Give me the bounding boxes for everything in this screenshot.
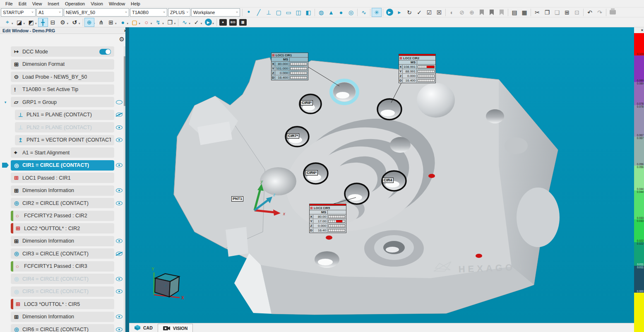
tree-item-dim-info-3[interactable]: ⊞Dimension Information (0, 312, 124, 322)
quick-align-icon[interactable]: ↯ (153, 18, 163, 27)
cad-viewport[interactable]: HEXAGON x y z Y X (129, 27, 634, 323)
tree-item-dcc-mode[interactable]: ↦DCC Mode (0, 46, 124, 57)
tree-item-loc2[interactable]: ⊞LOC2 *OUTTOL* : CIR2 (0, 223, 124, 233)
feature-tag-cir4[interactable]: CIR4 (382, 178, 394, 183)
camera-capture-icon[interactable]: ● (218, 18, 228, 27)
tab-vision[interactable]: VISION (158, 324, 193, 332)
undo-icon[interactable]: ↶ (585, 8, 595, 17)
execute-from-cursor-icon[interactable]: ▶ (394, 8, 404, 17)
plane-feature-icon[interactable]: ⊥ (264, 8, 274, 17)
tree-item-cir4[interactable]: ◎CIR4 = CIRCLE (CONTACT) (0, 274, 124, 284)
dome-feature[interactable] (417, 83, 455, 118)
workplane-combo[interactable]: ZPLUS˅ (168, 8, 190, 17)
hole[interactable] (315, 251, 339, 268)
vector-directions-icon[interactable]: ⋔ (96, 18, 106, 27)
eye-icon[interactable] (116, 289, 123, 294)
tree-item-active-tip[interactable]: !T1A0B0 = Set Active Tip (0, 84, 124, 95)
feature-tag-pnt1[interactable]: PNT1 (231, 196, 243, 202)
cone-feature-icon[interactable]: ▲ (326, 8, 336, 17)
edit-window-icon[interactable]: ▤ (509, 8, 519, 17)
report-io-icon[interactable]: EO (228, 18, 238, 27)
feature-tag-cir8[interactable]: CIR8* (300, 100, 313, 106)
tree-item-load-probe[interactable]: ⊙Load Probe - NEW5_BY_50 (0, 72, 124, 82)
quick-done-icon[interactable]: ✓ (192, 18, 202, 27)
expand-arrow-icon[interactable]: ▾ (5, 100, 7, 104)
bookmark-add-icon[interactable] (487, 8, 497, 17)
scale-close-icon[interactable]: × (641, 28, 643, 32)
eye-off-icon[interactable] (116, 113, 123, 117)
execute-icon[interactable]: ▶ (384, 8, 394, 17)
eye-off-icon[interactable] (116, 252, 123, 256)
eye-icon[interactable] (116, 125, 123, 130)
tree-item-pnt1[interactable]: ↥PNT1 = VECTOR POINT (CONTACT) (0, 135, 124, 145)
axes-combo[interactable]: A1˅ (36, 8, 63, 17)
hole[interactable] (486, 109, 504, 123)
measured-circle-cir5[interactable] (345, 183, 369, 204)
window-layout-icon[interactable]: ❐ (165, 18, 175, 27)
comment-icon[interactable]: ⊟ (48, 18, 58, 27)
shaded-sphere-icon[interactable]: ● (118, 18, 128, 27)
tree-item-a1-alignment[interactable]: ⌖A1 = Start Alignment (0, 147, 124, 158)
tree-item-fcfcirty2[interactable]: ○FCFCIRTY2 Passed : CIR2 (0, 211, 124, 221)
paste-pattern-icon[interactable]: ⊞ (562, 8, 572, 17)
paste-icon[interactable]: ❏ (552, 8, 562, 17)
counterbore-feature[interactable] (364, 230, 424, 267)
tree-item-dim-info-1[interactable]: ⊞Dimension Information (0, 185, 124, 196)
square-slot-feature-icon[interactable]: ◫ (293, 8, 303, 17)
array-icon[interactable]: ⊡ (572, 8, 582, 17)
gear-icon[interactable]: ⚙ (119, 36, 125, 43)
menu-edit[interactable]: Edit (16, 1, 29, 7)
solid-view-icon[interactable]: ◩ (26, 18, 36, 27)
curve-feature-icon[interactable]: ∿ (359, 8, 369, 17)
summary-mode-icon[interactable]: ▦ (519, 8, 529, 17)
line-feature-icon[interactable]: ╱ (254, 8, 264, 17)
view-setup-icon[interactable]: ◪ (14, 18, 24, 27)
goto-position-icon[interactable]: ⊕ (467, 8, 477, 17)
hole[interactable] (390, 137, 411, 153)
eye-icon[interactable] (116, 277, 123, 281)
workplane-mode-combo[interactable]: Workplane˅ (191, 8, 240, 17)
tree-item-pln2[interactable]: ⊥PLN2 = PLANE (CONTACT) (0, 122, 124, 132)
path-display-icon[interactable]: ∿ (180, 18, 190, 27)
tree-item-loc1[interactable]: ⊞LOC1 Passed : CIR1 (0, 173, 124, 183)
tree-item-loc3[interactable]: ⊞LOC3 *OUTTOL* : CIR5 (0, 299, 124, 309)
rotate-view-icon[interactable]: ↺ (70, 18, 79, 27)
tree-item-cir1[interactable]: ◎CIR1 = CIRCLE (CONTACT) (0, 160, 124, 171)
tree-item-pln1[interactable]: ⊥PLN1 = PLANE (CONTACT) (0, 110, 124, 120)
cone-feature[interactable] (260, 167, 296, 195)
dim-label-loc3[interactable]: ⊞LOC3 CIR5 MS X80.00 Y17.00 Z0.000 D16.4… (309, 204, 346, 233)
eye-icon[interactable] (116, 201, 123, 205)
pan-view-icon[interactable]: ╋ (38, 18, 48, 27)
move-view-icon[interactable]: ⊕ (84, 18, 94, 27)
menu-file[interactable]: File (2, 1, 16, 7)
fcf-circle-icon[interactable]: ○ (142, 18, 151, 27)
menu-insert[interactable]: Insert (45, 1, 62, 7)
report-off-icon[interactable]: ☒ (434, 8, 444, 17)
cut-icon[interactable]: ✂ (532, 8, 542, 17)
measured-circle-cir2[interactable] (377, 99, 401, 120)
tree-item-cir5[interactable]: ◎CIR5 = CIRCLE (CONTACT) (0, 286, 124, 297)
eye-icon[interactable] (116, 138, 123, 142)
eye-icon[interactable] (116, 163, 123, 167)
round-slot-feature-icon[interactable]: ▭ (284, 8, 293, 17)
menu-help[interactable]: Help (128, 1, 143, 7)
point-feature-icon[interactable]: • (244, 8, 254, 17)
probe-mode-icon[interactable]: ⌖ (2, 18, 12, 27)
gage-icon[interactable]: ▢ (130, 18, 139, 27)
print-icon[interactable] (608, 8, 618, 17)
selected-circle-cir1[interactable] (331, 80, 358, 103)
visibility-ring-icon[interactable] (116, 100, 123, 104)
panel-splitter[interactable] (125, 27, 129, 332)
tree-item-fcfcirty1[interactable]: ○FCFCIRTY1 Passed : CIR3 (0, 261, 124, 272)
probe-options-icon[interactable]: ⚙ (58, 18, 68, 27)
tree-item-cir6[interactable]: ◎CIR6 = CIRCLE (CONTACT) (0, 324, 124, 332)
redo-icon[interactable]: ↷ (595, 8, 605, 17)
menu-view[interactable]: View (29, 1, 45, 7)
dim-label-loc2[interactable]: ⊞LOC2 CIR2 MS X108.991 Y88.991 Z0.000 D1… (399, 54, 436, 83)
tree-item-cir2[interactable]: ◎CIR2 = CIRCLE (CONTACT) (0, 198, 124, 208)
mark-done-icon[interactable]: ✓ (414, 8, 424, 17)
menu-vision[interactable]: Vision (88, 1, 106, 7)
torus-feature-icon[interactable]: ◎ (346, 8, 356, 17)
dcc-toggle[interactable] (99, 49, 111, 55)
bookmark-remove-icon[interactable] (497, 8, 507, 17)
